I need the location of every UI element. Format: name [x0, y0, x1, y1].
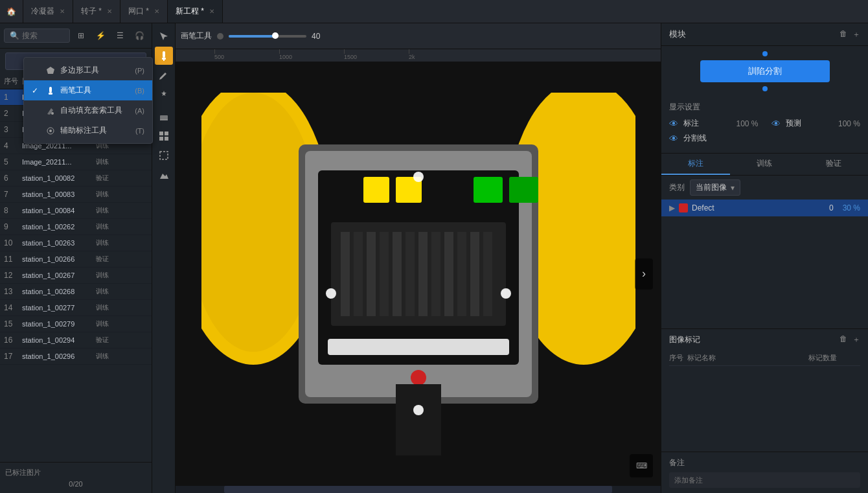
- brush-tool[interactable]: [155, 47, 173, 65]
- image-list-item[interactable]: 12 station_1_00267 训练: [0, 268, 152, 284]
- svg-point-44: [51, 112, 54, 115]
- tab-new-project-label: 新工程 *: [176, 6, 204, 17]
- tab-annotate[interactable]: 标注: [661, 154, 730, 175]
- svg-rect-23: [405, 232, 415, 316]
- segment-top-connector: [762, 51, 768, 56]
- tab-validate[interactable]: 验证: [799, 154, 868, 175]
- image-list-item[interactable]: 8 station_1_00084 训练: [0, 203, 152, 219]
- chevron-down-icon: ▾: [731, 183, 735, 192]
- keyboard-icon[interactable]: ⌨: [630, 454, 653, 477]
- close-icon[interactable]: ✕: [60, 8, 65, 15]
- notes-title: 备注: [669, 457, 860, 468]
- notes-input[interactable]: [669, 472, 860, 488]
- expand-icon[interactable]: ▶: [669, 203, 675, 212]
- notes-section: 备注: [661, 452, 868, 493]
- auto-fill-tool-item[interactable]: 自动填充套索工具 (A): [24, 100, 152, 120]
- image-list-item[interactable]: 11 station_1_00266 验证: [0, 251, 152, 268]
- image-filter-icon[interactable]: ⊞: [73, 27, 89, 44]
- svg-point-46: [49, 130, 52, 132]
- svg-rect-2: [163, 60, 165, 61]
- svg-rect-24: [418, 232, 428, 316]
- annotations-title: 图像标记: [669, 334, 700, 345]
- brush-tool-item[interactable]: ✓ 画笔工具 (B): [24, 80, 152, 100]
- tab-train[interactable]: 训练: [730, 154, 799, 175]
- svg-rect-29: [483, 232, 492, 316]
- class-select[interactable]: 当前图像 ▾: [690, 179, 740, 196]
- svg-rect-33: [509, 177, 538, 203]
- tab-rotor[interactable]: 转子 * ✕: [73, 0, 120, 23]
- prediction-pct: 100 %: [838, 119, 860, 128]
- add-icon[interactable]: ＋: [852, 29, 860, 40]
- bottom-scrollbar[interactable]: [176, 485, 661, 493]
- tab-new-project[interactable]: 新工程 * ✕: [168, 0, 223, 23]
- svg-rect-1: [162, 58, 166, 60]
- scrollbar-thumb[interactable]: [224, 486, 612, 493]
- left-toolbar: 🔍 ⊞ ⚡ ☰ 🎧: [0, 23, 152, 49]
- svg-rect-28: [470, 232, 479, 316]
- annotations-header: 图像标记 🗑 ＋: [669, 334, 860, 345]
- right-panel-title: 模块: [669, 29, 686, 40]
- svg-rect-3: [160, 115, 168, 120]
- close-icon[interactable]: ✕: [154, 8, 159, 15]
- grid-tool[interactable]: [155, 127, 173, 145]
- svg-rect-18: [341, 232, 350, 316]
- brush-size-value: 40: [312, 32, 320, 41]
- svg-rect-30: [363, 177, 389, 203]
- center-area: 画笔工具 40 500 1000 1500 2k: [152, 23, 661, 493]
- prediction-label: 预测: [786, 118, 833, 129]
- close-icon[interactable]: ✕: [209, 8, 214, 15]
- image-list-item[interactable]: 13 station_1_00268 训练: [0, 284, 152, 300]
- filter-icon[interactable]: ⚡: [92, 27, 109, 44]
- trash-icon-2[interactable]: 🗑: [839, 334, 847, 345]
- image-list: 1 Image_20211... 训练 2 Image_20211... 验证 …: [0, 89, 152, 462]
- close-icon[interactable]: ✕: [107, 8, 112, 15]
- image-list-item[interactable]: 16 station_1_00294 验证: [0, 332, 152, 349]
- image-list-item[interactable]: 14 station_1_00277 训练: [0, 300, 152, 316]
- eye-icon[interactable]: 👁: [669, 119, 678, 129]
- trash-icon[interactable]: 🗑: [839, 29, 847, 40]
- image-list-item[interactable]: 9 station_1_00262 训练: [0, 219, 152, 235]
- defect-name: Defect: [692, 203, 825, 212]
- right-panel-header: 模块 🗑 ＋: [661, 23, 868, 46]
- transform-tool[interactable]: [155, 166, 173, 184]
- image-list-item[interactable]: 17 station_1_00296 训练: [0, 349, 152, 365]
- brush-size-slider[interactable]: [229, 35, 306, 38]
- svg-rect-25: [431, 232, 440, 316]
- svg-rect-21: [380, 232, 389, 316]
- image-list-item[interactable]: 6 station_1_00082 验证: [0, 170, 152, 187]
- headphone-icon[interactable]: 🎧: [131, 27, 148, 44]
- search-input[interactable]: [22, 31, 64, 40]
- image-list-item[interactable]: 15 station_1_00279 训练: [0, 316, 152, 332]
- eye-icon-3[interactable]: 👁: [669, 133, 678, 144]
- annotations-icons: 🗑 ＋: [839, 334, 860, 345]
- display-settings-section: 显示设置 👁 标注 100 % 👁 预测 100 % 👁 分割线: [661, 97, 868, 154]
- defect-color-indicator: [679, 203, 688, 212]
- tab-port[interactable]: 网口 * ✕: [120, 0, 168, 23]
- svg-marker-41: [47, 67, 54, 74]
- svg-rect-5: [159, 132, 163, 135]
- pointer-tool[interactable]: [155, 27, 173, 45]
- home-icon[interactable]: 🏠: [0, 0, 23, 23]
- segment-button[interactable]: 訓陷分割: [700, 60, 830, 82]
- image-list-item[interactable]: 5 Image_20211... 训练: [0, 154, 152, 170]
- svg-point-39: [413, 172, 424, 182]
- selection-tool[interactable]: [155, 146, 173, 165]
- annotations-section: 图像标记 🗑 ＋ 序号 标记名称 标记数量: [661, 328, 868, 452]
- add-icon-2[interactable]: ＋: [852, 334, 860, 345]
- polygon-tool-item[interactable]: 多边形工具 (P): [24, 60, 152, 80]
- tab-condenser[interactable]: 冷凝器 ✕: [23, 0, 73, 23]
- magic-wand-tool[interactable]: [155, 86, 173, 104]
- svg-rect-20: [367, 232, 376, 316]
- image-list-item[interactable]: 10 station_1_00263 训练: [0, 235, 152, 251]
- next-image-button[interactable]: ›: [635, 258, 653, 290]
- edit-tool[interactable]: [155, 66, 173, 84]
- eye-icon-2[interactable]: 👁: [771, 119, 781, 129]
- svg-rect-27: [457, 232, 466, 316]
- tool-name-label: 画笔工具: [181, 30, 212, 41]
- assist-tool-item[interactable]: 辅助标注工具 (T): [24, 120, 152, 141]
- eraser-tool[interactable]: [155, 108, 173, 126]
- list-icon[interactable]: ☰: [111, 27, 128, 44]
- search-box[interactable]: 🔍: [4, 29, 70, 43]
- image-list-item[interactable]: 7 station_1_00083 训练: [0, 187, 152, 203]
- svg-point-40: [413, 405, 424, 415]
